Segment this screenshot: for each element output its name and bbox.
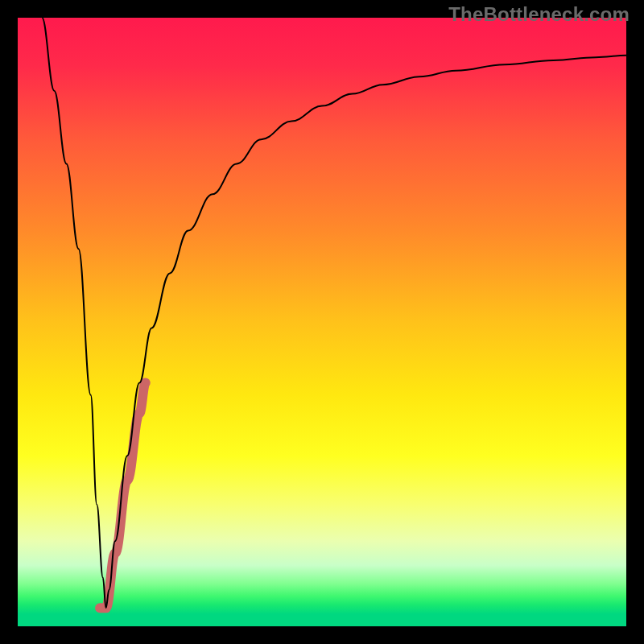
- chart-frame: [18, 18, 626, 626]
- gradient-background: [18, 18, 626, 626]
- chart-svg: [18, 18, 626, 626]
- watermark-text: TheBottleneck.com: [448, 3, 630, 26]
